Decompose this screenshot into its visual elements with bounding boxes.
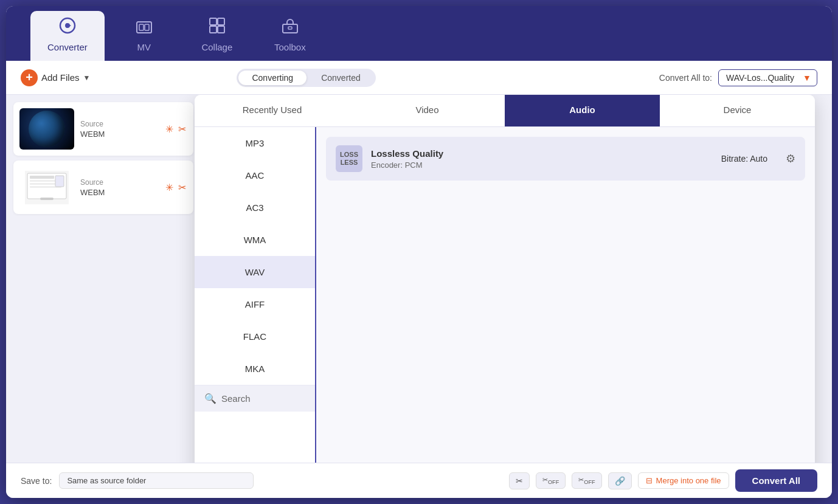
converting-tabs: Converting Converted [237, 69, 375, 87]
bitrate-label: Bitrate: [721, 154, 748, 164]
file-actions-2: ✳ ✂ [164, 181, 187, 195]
add-files-button[interactable]: + Add Files ▼ [21, 69, 90, 86]
collage-icon [209, 17, 226, 38]
svg-rect-14 [30, 176, 54, 179]
quality-settings-icon[interactable]: ⚙ [786, 152, 795, 165]
converted-tab[interactable]: Converted [308, 71, 374, 85]
save-to-label: Save to: [21, 476, 52, 486]
star-icon-1[interactable]: ✳ [164, 122, 175, 136]
format-ac3[interactable]: AC3 [195, 192, 315, 224]
format-wav[interactable]: WAV [195, 256, 315, 288]
link-button[interactable]: 🔗 [608, 472, 632, 489]
svg-rect-18 [55, 176, 64, 187]
add-files-icon: + [21, 69, 38, 86]
quality-info: Lossless Quality Encoder: PCM [371, 148, 713, 170]
encoder-label: Encoder: [371, 161, 403, 170]
quality-encoder: Encoder: PCM [371, 161, 713, 170]
star-icon-2[interactable]: ✳ [164, 181, 175, 195]
file-meta-2: Source WEBM [80, 178, 158, 197]
delete-icon-2[interactable]: ✂ [177, 181, 187, 195]
svg-rect-6 [210, 18, 216, 25]
file-format-1: WEBM [80, 129, 158, 139]
converting-tab[interactable]: Converting [238, 71, 306, 85]
off-button-2[interactable]: ✂OFF [572, 472, 601, 489]
dropdown-body: MP3 AAC AC3 WMA WAV AIFF FLAC MKA 🔍 Sear… [195, 127, 815, 463]
mv-icon [136, 19, 153, 38]
quality-name: Lossless Quality [371, 148, 713, 159]
merge-icon: ⊟ [646, 476, 653, 485]
file-source-1: Source [80, 120, 158, 128]
quality-panel: LOSS LESS Lossless Quality Encoder: PCM … [316, 127, 815, 463]
top-nav: Converter MV Collage [6, 6, 832, 61]
bottom-actions: ✂ ✂OFF ✂OFF 🔗 ⊟ Merge into one file Conv… [509, 469, 817, 492]
convert-all-select[interactable]: WAV-Los...Quality [718, 69, 817, 86]
format-wma[interactable]: WMA [195, 224, 315, 256]
search-bar[interactable]: 🔍 Search [195, 385, 315, 412]
file-meta-1: Source WEBM [80, 120, 158, 139]
search-icon: 🔍 [204, 393, 216, 404]
svg-rect-9 [218, 26, 224, 33]
svg-rect-16 [30, 183, 59, 185]
toolbox-icon [282, 18, 299, 38]
icon-line2: LESS [341, 159, 358, 167]
dtab-recently-used[interactable]: Recently Used [195, 95, 350, 126]
converter-tab-label: Converter [47, 42, 88, 52]
add-files-label: Add Files [41, 72, 80, 83]
convert-all-label: Convert All to: [659, 73, 712, 83]
format-mp3[interactable]: MP3 [195, 127, 315, 159]
svg-rect-8 [210, 26, 216, 33]
mv-tab-label: MV [137, 42, 151, 52]
tab-mv[interactable]: MV [111, 13, 178, 61]
lossless-icon: LOSS LESS [336, 145, 362, 172]
format-aac[interactable]: AAC [195, 159, 315, 192]
tab-converter[interactable]: Converter [30, 11, 105, 61]
delete-icon-1[interactable]: ✂ [177, 122, 187, 136]
merge-button[interactable]: ⊟ Merge into one file [638, 472, 729, 489]
main-content: Source WEBM ✳ ✂ [6, 95, 832, 463]
svg-rect-10 [283, 24, 297, 33]
dtab-video[interactable]: Video [350, 95, 505, 126]
collage-tab-label: Collage [201, 42, 232, 52]
app-window: Converter MV Collage [6, 6, 832, 498]
add-files-dropdown-icon: ▼ [83, 74, 91, 82]
toolbar: + Add Files ▼ Converting Converted Conve… [6, 61, 832, 95]
file-format-2: WEBM [80, 188, 158, 197]
earth-thumbnail [19, 108, 74, 150]
dtab-device[interactable]: Device [660, 95, 815, 126]
svg-rect-5 [145, 24, 149, 30]
format-aiff[interactable]: AIFF [195, 288, 315, 320]
convert-all-section: Convert All to: WAV-Los...Quality ▼ [659, 69, 817, 86]
bitrate-value: Auto [750, 154, 767, 164]
icon-line1: LOSS [340, 151, 358, 159]
format-flac[interactable]: FLAC [195, 320, 315, 353]
tab-toolbox[interactable]: Toolbox [257, 12, 324, 61]
screen-thumbnail [19, 167, 74, 208]
format-mka[interactable]: MKA [195, 353, 315, 385]
quality-bitrate: Bitrate: Auto [721, 154, 767, 164]
svg-rect-19 [40, 198, 54, 200]
file-item-2: Source WEBM ✳ ✂ [13, 161, 193, 214]
merge-label: Merge into one file [656, 476, 721, 485]
search-label: Search [221, 393, 251, 404]
off-button-1[interactable]: ✂OFF [536, 472, 566, 489]
file-source-2: Source [80, 178, 158, 187]
quality-item-lossless: LOSS LESS Lossless Quality Encoder: PCM … [326, 137, 805, 181]
file-thumbnail-2 [19, 167, 74, 208]
dtab-audio[interactable]: Audio [505, 95, 660, 126]
svg-rect-4 [139, 24, 144, 30]
file-list: Source WEBM ✳ ✂ [6, 95, 201, 463]
svg-rect-7 [218, 18, 224, 25]
convert-all-button[interactable]: Convert All [735, 469, 817, 492]
encoder-value: PCM [405, 161, 423, 170]
tab-collage[interactable]: Collage [184, 11, 251, 61]
dropdown-tabs: Recently Used Video Audio Device [195, 95, 815, 127]
converter-icon [59, 17, 76, 38]
toolbox-tab-label: Toolbox [274, 42, 306, 52]
file-item: Source WEBM ✳ ✂ [13, 102, 193, 156]
file-actions-1: ✳ ✂ [164, 122, 187, 136]
scissors-button[interactable]: ✂ [509, 472, 530, 489]
convert-all-select-wrapper: WAV-Los...Quality ▼ [718, 69, 817, 86]
save-path-input[interactable] [59, 472, 254, 489]
bottom-bar: Save to: ✂ ✂OFF ✂OFF 🔗 ⊟ Merge into one … [6, 463, 832, 498]
file-thumbnail-1 [19, 108, 74, 150]
